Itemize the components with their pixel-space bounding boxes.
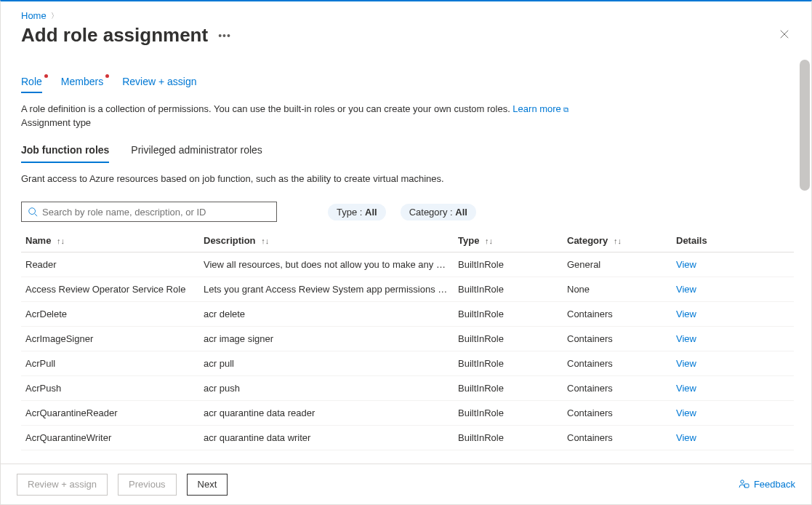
sort-icon: ↑↓ — [614, 236, 622, 245]
view-link[interactable]: View — [676, 383, 696, 394]
cell-name: AcrImageSigner — [21, 327, 199, 351]
cell-type: BuiltInRole — [454, 252, 563, 277]
more-icon[interactable]: ••• — [218, 30, 231, 41]
learn-more-link[interactable]: Learn more ⧉ — [512, 103, 568, 114]
cell-category: Containers — [563, 426, 672, 450]
col-header-description[interactable]: Description ↑↓ — [199, 229, 454, 252]
review-assign-button[interactable]: Review + assign — [17, 474, 108, 496]
cell-description: acr image signer — [199, 327, 454, 351]
wizard-footer: Review + assign Previous Next Feedback — [1, 464, 811, 504]
cell-details: View — [672, 327, 794, 351]
filter-category-pill[interactable]: Category : All — [401, 204, 476, 220]
cell-description: acr quarantine data reader — [199, 401, 454, 426]
role-description-text: A role definition is a collection of per… — [21, 103, 512, 114]
cell-name: AcrDelete — [21, 302, 199, 327]
cell-details: View — [672, 401, 794, 426]
svg-point-2 — [29, 208, 36, 215]
view-link[interactable]: View — [676, 309, 696, 319]
sort-icon: ↑↓ — [261, 236, 269, 245]
next-button[interactable]: Next — [187, 474, 228, 496]
tab-members-label: Members — [61, 76, 103, 87]
cell-category: General — [563, 252, 672, 277]
table-row[interactable]: AcrPushacr pushBuiltInRoleContainersView — [21, 376, 794, 401]
breadcrumb: Home 〉 — [21, 10, 794, 21]
tab-review[interactable]: Review + assign — [122, 76, 196, 93]
close-button[interactable] — [775, 25, 794, 47]
sort-icon: ↑↓ — [57, 236, 65, 245]
cell-category: Containers — [563, 376, 672, 401]
cell-type: BuiltInRole — [454, 277, 563, 302]
cell-type: BuiltInRole — [454, 351, 563, 376]
scrollbar[interactable] — [800, 60, 810, 191]
view-link[interactable]: View — [676, 333, 696, 344]
cell-description: acr push — [199, 376, 454, 401]
col-header-category[interactable]: Category ↑↓ — [563, 229, 672, 252]
cell-category: Containers — [563, 351, 672, 376]
feedback-icon — [738, 479, 749, 490]
tab-review-label: Review + assign — [122, 76, 196, 87]
page-title: Add role assignment — [21, 24, 208, 47]
cell-type: BuiltInRole — [454, 327, 563, 351]
role-type-tabs: Job function roles Privileged administra… — [21, 141, 794, 163]
cell-details: View — [672, 351, 794, 376]
col-header-name[interactable]: Name ↑↓ — [21, 229, 199, 252]
view-link[interactable]: View — [676, 259, 696, 270]
feedback-link[interactable]: Feedback — [738, 479, 795, 490]
cell-category: Containers — [563, 401, 672, 426]
search-icon — [28, 207, 38, 217]
table-row[interactable]: Access Review Operator Service RoleLets … — [21, 277, 794, 302]
cell-name: AcrPush — [21, 376, 199, 401]
cell-details: View — [672, 277, 794, 302]
sort-icon: ↑↓ — [485, 236, 493, 245]
tab-role[interactable]: Role — [21, 76, 42, 93]
cell-name: Reader — [21, 252, 199, 277]
cell-name: AcrQuarantineReader — [21, 401, 199, 426]
cell-category: Containers — [563, 327, 672, 351]
view-link[interactable]: View — [676, 432, 696, 443]
subtab-job-function[interactable]: Job function roles — [21, 141, 109, 163]
chevron-right-icon: 〉 — [51, 11, 58, 21]
filter-type-pill[interactable]: Type : All — [328, 204, 386, 220]
cell-name: AcrQuarantineWriter — [21, 426, 199, 450]
col-header-details: Details — [672, 229, 794, 252]
cell-description: acr pull — [199, 351, 454, 376]
table-row[interactable]: AcrDeleteacr deleteBuiltInRoleContainers… — [21, 302, 794, 327]
subtab-privileged[interactable]: Privileged administrator roles — [131, 141, 262, 163]
svg-line-3 — [35, 214, 38, 217]
table-row[interactable]: ReaderView all resources, but does not a… — [21, 252, 794, 277]
table-row[interactable]: AcrQuarantineReaderacr quarantine data r… — [21, 401, 794, 426]
col-header-type[interactable]: Type ↑↓ — [454, 229, 563, 252]
assignment-type-label: Assignment type — [21, 117, 794, 128]
tab-role-label: Role — [21, 76, 42, 87]
cell-description: acr quarantine data writer — [199, 426, 454, 450]
close-icon — [779, 29, 789, 39]
cell-details: View — [672, 252, 794, 277]
search-input-wrapper[interactable] — [21, 202, 277, 222]
grant-description: Grant access to Azure resources based on… — [21, 173, 794, 184]
roles-table: Name ↑↓ Description ↑↓ Type ↑↓ Category … — [21, 229, 794, 450]
cell-description: Lets you grant Access Review System app … — [199, 277, 454, 302]
search-input[interactable] — [42, 207, 270, 218]
table-row[interactable]: AcrImageSigneracr image signerBuiltInRol… — [21, 327, 794, 351]
svg-point-4 — [741, 480, 744, 482]
cell-details: View — [672, 302, 794, 327]
external-link-icon: ⧉ — [563, 106, 568, 114]
view-link[interactable]: View — [676, 407, 696, 418]
cell-name: Access Review Operator Service Role — [21, 277, 199, 302]
tab-members[interactable]: Members — [61, 76, 103, 93]
table-row[interactable]: AcrQuarantineWriteracr quarantine data w… — [21, 426, 794, 450]
cell-details: View — [672, 376, 794, 401]
cell-type: BuiltInRole — [454, 302, 563, 327]
cell-type: BuiltInRole — [454, 376, 563, 401]
view-link[interactable]: View — [676, 284, 696, 295]
cell-type: BuiltInRole — [454, 426, 563, 450]
cell-type: BuiltInRole — [454, 401, 563, 426]
breadcrumb-home[interactable]: Home — [21, 10, 47, 21]
table-row[interactable]: AcrPullacr pullBuiltInRoleContainersView — [21, 351, 794, 376]
cell-description: acr delete — [199, 302, 454, 327]
wizard-tabs: Role Members Review + assign — [21, 76, 794, 93]
role-description-line: A role definition is a collection of per… — [21, 103, 794, 114]
view-link[interactable]: View — [676, 358, 696, 369]
previous-button[interactable]: Previous — [118, 474, 177, 496]
cell-description: View all resources, but does not allow y… — [199, 252, 454, 277]
